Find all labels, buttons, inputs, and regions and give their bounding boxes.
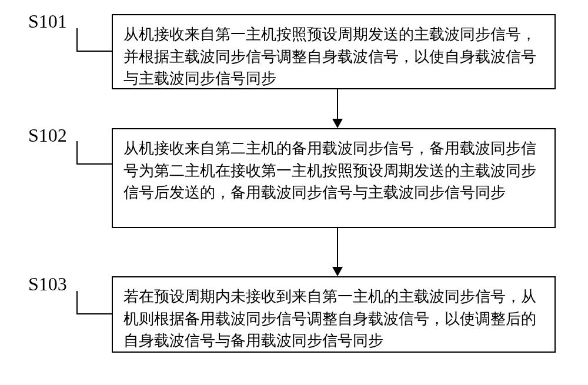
step-text-3: 若在预设周期内未接收到来自第一主机的主载波同步信号，从机则根据备用载波同步信号调…: [123, 288, 536, 349]
connector-1: [76, 28, 112, 52]
step-label-2: S102: [28, 125, 67, 146]
arrow-line-2: [337, 228, 338, 267]
connector-2: [76, 141, 112, 165]
step-box-2: 从机接收来自第二主机的备用载波同步信号，备用载波同步信号为第二主机在接收第一主机…: [112, 128, 556, 228]
step-text-2: 从机接收来自第二主机的备用载波同步信号，备用载波同步信号为第二主机在接收第一主机…: [123, 140, 536, 201]
arrow-line-1: [337, 89, 338, 119]
connector-3: [76, 291, 112, 314]
step-label-1: S101: [28, 11, 67, 32]
arrow-1: [332, 89, 343, 128]
arrow-head-1: [332, 119, 343, 128]
step-text-1: 从机接收来自第一主机按照预设周期发送的主载波同步信号，并根据主载波同步信号调整自…: [123, 26, 536, 87]
step-label-3: S103: [28, 273, 67, 295]
arrow-2: [332, 228, 343, 276]
arrow-head-2: [332, 267, 343, 276]
step-box-1: 从机接收来自第一主机按照预设周期发送的主载波同步信号，并根据主载波同步信号调整自…: [112, 14, 556, 89]
step-box-3: 若在预设周期内未接收到来自第一主机的主载波同步信号，从机则根据备用载波同步信号调…: [112, 276, 556, 353]
